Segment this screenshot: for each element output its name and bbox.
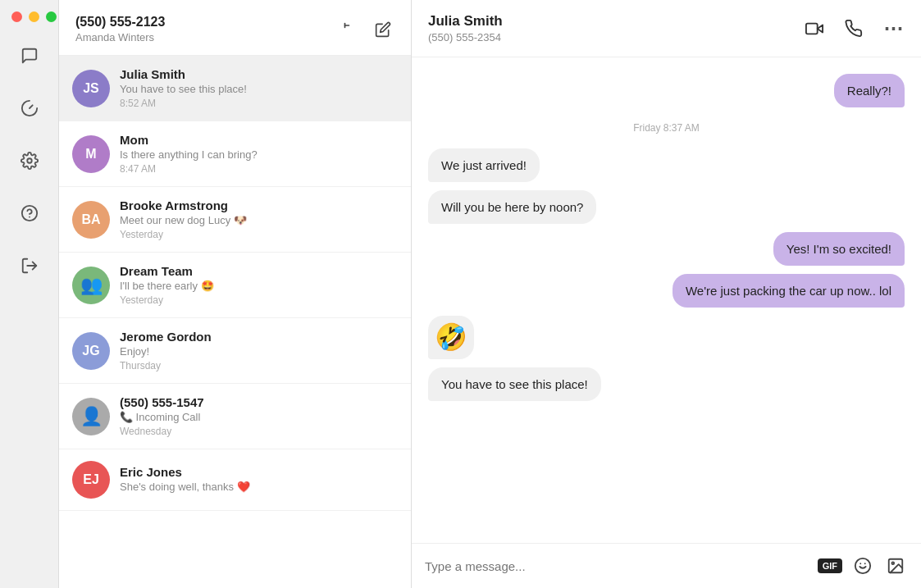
date-divider: Friday 8:37 AM: [428, 122, 905, 134]
conv-info: Jerome Gordon Enjoy! Thursday: [120, 330, 398, 371]
image-attach-icon[interactable]: [883, 554, 908, 578]
contact-name: Julia Smith: [120, 67, 398, 81]
list-item[interactable]: JG Jerome Gordon Enjoy! Thursday: [59, 318, 411, 384]
avatar: M: [72, 135, 110, 173]
message-bubble: Yes! I'm so excited!: [773, 232, 905, 266]
avatar: 👥: [72, 267, 110, 304]
messages-icon[interactable]: [15, 41, 44, 71]
chat-header: Julia Smith (550) 555-2354 ⋯: [412, 0, 921, 57]
message-row: 🤣: [428, 316, 905, 359]
chat-contact-phone: (550) 555-2354: [428, 31, 503, 43]
message-preview: Is there anything I can bring?: [120, 148, 398, 161]
dial-icon[interactable]: [335, 18, 358, 41]
conversations-header: (550) 555-2123 Amanda Winters: [59, 0, 411, 56]
account-name: Amanda Winters: [75, 31, 165, 43]
conv-info: Eric Jones She's doing well, thanks ❤️: [120, 465, 398, 495]
message-time: 8:47 AM: [120, 163, 398, 175]
message-time: Yesterday: [120, 294, 398, 306]
more-options-icon[interactable]: ⋯: [882, 17, 905, 40]
list-item[interactable]: 👤 (550) 555-1547 📞 Incoming Call Wednesd…: [59, 384, 411, 449]
message-time: Wednesday: [120, 426, 398, 437]
window-controls: [11, 11, 57, 22]
avatar: JS: [72, 70, 110, 107]
message-preview: Enjoy!: [120, 345, 398, 358]
message-time: Yesterday: [120, 229, 398, 240]
minimize-button[interactable]: [29, 11, 39, 22]
conversations-panel: (550) 555-2123 Amanda Winters JS: [59, 0, 412, 588]
list-item[interactable]: EJ Eric Jones She's doing well, thanks ❤…: [59, 449, 411, 511]
account-phone: (550) 555-2123: [75, 15, 165, 30]
svg-point-12: [891, 562, 894, 564]
contact-name: Dream Team: [120, 264, 398, 278]
maximize-button[interactable]: [46, 11, 57, 22]
message-bubble: Really?!: [834, 74, 905, 107]
message-bubble: We just arrived!: [428, 148, 540, 182]
compose-icon[interactable]: [372, 18, 394, 41]
account-info: (550) 555-2123 Amanda Winters: [75, 15, 165, 43]
conv-info: (550) 555-1547 📞 Incoming Call Wednesday: [120, 395, 398, 437]
video-call-icon[interactable]: [803, 17, 826, 40]
message-input[interactable]: [425, 559, 809, 573]
contact-name: Mom: [120, 133, 398, 147]
sidebar-nav: [0, 0, 59, 588]
chat-header-actions: ⋯: [803, 17, 905, 40]
conversation-list: JS Julia Smith You have to see this plac…: [59, 56, 411, 588]
message-bubble: 🤣: [428, 316, 474, 359]
message-row: Really?!: [428, 74, 905, 107]
message-preview: Meet our new dog Lucy 🐶: [120, 214, 398, 226]
chat-contact-info: Julia Smith (550) 555-2354: [428, 13, 503, 43]
message-preview: You have to see this place!: [120, 83, 398, 95]
contact-name: Eric Jones: [120, 465, 398, 479]
contact-name: Brooke Armstrong: [120, 198, 398, 212]
message-row: Will you be here by noon?: [428, 190, 905, 224]
svg-rect-7: [806, 23, 818, 34]
list-item[interactable]: JS Julia Smith You have to see this plac…: [59, 56, 411, 121]
header-actions: [335, 18, 394, 41]
avatar: 👤: [72, 398, 110, 435]
svg-point-8: [855, 558, 870, 573]
message-bubble: We're just packing the car up now.. lol: [673, 274, 905, 308]
phone-call-icon[interactable]: [842, 17, 865, 40]
message-preview: 📞 Incoming Call: [120, 411, 398, 423]
svg-point-0: [27, 158, 32, 163]
svg-marker-6: [818, 25, 823, 32]
list-item[interactable]: M Mom Is there anything I can bring? 8:4…: [59, 121, 411, 187]
chat-panel: Julia Smith (550) 555-2354 ⋯ Really?! Fr…: [412, 0, 921, 588]
message-row: We're just packing the car up now.. lol: [428, 274, 905, 308]
chat-input-bar: GIF: [412, 543, 921, 588]
speed-icon[interactable]: [15, 93, 44, 123]
settings-icon[interactable]: [15, 146, 44, 175]
message-bubble: You have to see this place!: [428, 367, 601, 401]
list-item[interactable]: BA Brooke Armstrong Meet our new dog Luc…: [59, 187, 411, 253]
help-icon[interactable]: [15, 198, 44, 228]
chat-messages: Really?! Friday 8:37 AM We just arrived!…: [412, 57, 921, 543]
message-row: We just arrived!: [428, 148, 905, 182]
message-row: You have to see this place!: [428, 367, 905, 401]
avatar: BA: [72, 201, 110, 239]
message-preview: I'll be there early 🤩: [120, 280, 398, 292]
message-time: Thursday: [120, 360, 398, 371]
message-bubble: Will you be here by noon?: [428, 190, 596, 224]
conv-info: Mom Is there anything I can bring? 8:47 …: [120, 133, 398, 175]
logout-icon[interactable]: [15, 251, 44, 280]
message-row: Yes! I'm so excited!: [428, 232, 905, 266]
message-preview: She's doing well, thanks ❤️: [120, 481, 398, 493]
message-time: 8:52 AM: [120, 98, 398, 109]
conv-info: Brooke Armstrong Meet our new dog Lucy 🐶…: [120, 198, 398, 240]
avatar: JG: [72, 332, 110, 370]
chat-contact-name: Julia Smith: [428, 13, 503, 30]
contact-name: (550) 555-1547: [120, 395, 398, 409]
gif-button[interactable]: GIF: [818, 558, 842, 573]
close-button[interactable]: [11, 11, 22, 22]
emoji-picker-icon[interactable]: [850, 554, 875, 578]
list-item[interactable]: 👥 Dream Team I'll be there early 🤩 Yeste…: [59, 253, 411, 318]
avatar: EJ: [72, 461, 110, 499]
conv-info: Dream Team I'll be there early 🤩 Yesterd…: [120, 264, 398, 306]
conv-info: Julia Smith You have to see this place! …: [120, 67, 398, 109]
contact-name: Jerome Gordon: [120, 330, 398, 344]
